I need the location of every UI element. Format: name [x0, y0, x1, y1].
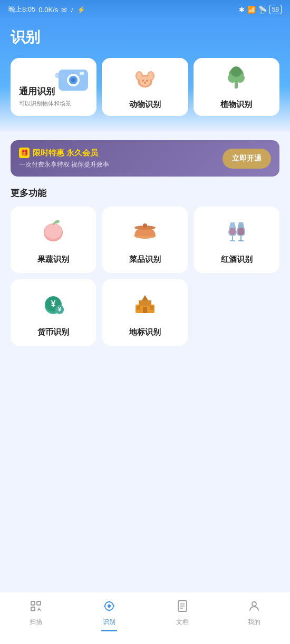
promo-left: 🎁 限时特惠 永久会员 一次付费永享特权 祝你提升效率 — [19, 148, 223, 169]
svg-rect-15 — [235, 81, 238, 89]
status-left: 晚上8:05 0.0K/s ✉ ♪ ⚡ — [8, 5, 85, 14]
dish-card[interactable]: 菜品识别 — [102, 207, 188, 273]
empty-placeholder — [194, 279, 279, 346]
fruit-veg-card[interactable]: 果蔬识别 — [11, 207, 96, 273]
plant-card-title: 植物识别 — [220, 100, 252, 110]
svg-rect-1 — [55, 73, 65, 78]
dish-label: 菜品识别 — [129, 255, 161, 265]
landmark-label: 地标识别 — [129, 327, 161, 337]
fruit-icon — [40, 217, 67, 248]
svg-text:A: A — [37, 607, 41, 612]
camera-icon — [54, 62, 92, 96]
signal-icon: 📶 — [247, 6, 256, 14]
svg-rect-26 — [143, 223, 147, 228]
wine-icon — [223, 217, 250, 248]
profile-icon — [248, 600, 260, 616]
svg-text:¥: ¥ — [58, 307, 61, 313]
active-indicator — [101, 630, 117, 631]
status-bar: 晚上8:05 0.0K/s ✉ ♪ ⚡ ✱ 📶 📡 58 — [0, 0, 290, 19]
svg-rect-43 — [31, 601, 35, 605]
svg-point-48 — [108, 604, 111, 608]
battery-icon: 58 — [269, 5, 282, 14]
svg-rect-44 — [37, 601, 41, 605]
svg-rect-45 — [31, 607, 35, 611]
svg-point-4 — [71, 78, 75, 82]
svg-point-19 — [231, 66, 241, 77]
scan-icon: A — [30, 600, 42, 616]
features-grid-row2: ¥ ¥ 货币识别 — [11, 279, 279, 346]
general-card-subtitle: 可以识别物体和场景 — [19, 100, 71, 108]
gift-icon: 🎁 — [19, 148, 30, 158]
svg-point-13 — [146, 80, 148, 82]
time-text: 晚上8:05 — [8, 5, 35, 14]
currency-icon: ¥ ¥ — [40, 290, 67, 321]
dish-icon — [131, 217, 159, 248]
nav-profile[interactable]: 我的 — [237, 598, 271, 633]
network-speed: 0.0K/s — [38, 6, 58, 14]
profile-label: 我的 — [248, 618, 260, 627]
wine-card[interactable]: 红酒识别 — [194, 207, 279, 273]
status-right: ✱ 📶 📡 58 — [239, 5, 282, 14]
wine-label: 红酒识别 — [221, 255, 253, 265]
more-features-title: 更多功能 — [11, 187, 279, 199]
bottom-navigation: A 扫描 识别 文档 — [0, 592, 290, 644]
identify-icon — [103, 600, 115, 616]
svg-point-22 — [45, 224, 62, 239]
svg-rect-42 — [150, 306, 153, 310]
general-recognition-card[interactable]: 通用识别 可以识别物体和场景 — [11, 58, 96, 116]
content-area: 🎁 限时特惠 永久会员 一次付费永享特权 祝你提升效率 立即开通 更多功能 果蔬… — [0, 132, 290, 592]
nav-identify[interactable]: 识别 — [91, 598, 128, 633]
svg-rect-5 — [80, 72, 84, 75]
msg-icon: ✉ — [61, 6, 67, 14]
document-icon — [176, 600, 189, 616]
animal-card-title: 动物识别 — [129, 100, 161, 110]
document-label: 文档 — [176, 618, 189, 627]
svg-point-12 — [142, 80, 144, 82]
svg-rect-40 — [143, 307, 147, 313]
promo-activate-button[interactable]: 立即开通 — [223, 149, 271, 169]
svg-rect-29 — [230, 240, 235, 241]
page-title: 识别 — [11, 27, 279, 47]
header: 识别 通用识别 可以识别物体和场景 — [0, 19, 290, 132]
plant-recognition-card[interactable]: 植物识别 — [194, 58, 279, 116]
svg-rect-39 — [139, 300, 151, 306]
landmark-card[interactable]: 地标识别 — [102, 279, 188, 346]
identify-label: 识别 — [103, 618, 115, 627]
plant-icon — [223, 64, 249, 95]
bluetooth-icon: ⚡ — [77, 6, 85, 14]
svg-rect-41 — [137, 306, 140, 310]
general-card-title: 通用识别 — [19, 85, 55, 97]
promo-title: 🎁 限时特惠 永久会员 — [19, 148, 223, 158]
landmark-icon — [131, 290, 159, 321]
currency-card[interactable]: ¥ ¥ 货币识别 — [11, 279, 96, 346]
top-cards-grid: 通用识别 可以识别物体和场景 动物识别 — [11, 58, 279, 116]
bluetooth-status-icon: ✱ — [239, 6, 245, 14]
fruit-veg-label: 果蔬识别 — [37, 255, 69, 265]
tiktok-icon: ♪ — [70, 5, 74, 14]
features-grid-row1: 果蔬识别 菜品识别 — [11, 207, 279, 273]
svg-point-23 — [54, 219, 60, 224]
svg-rect-30 — [238, 240, 244, 241]
nav-scan[interactable]: A 扫描 — [19, 598, 53, 633]
svg-point-11 — [140, 76, 150, 86]
currency-label: 货币识别 — [37, 327, 69, 337]
svg-text:¥: ¥ — [51, 299, 56, 308]
wifi-icon: 📡 — [258, 6, 267, 14]
scan-label: 扫描 — [30, 618, 42, 627]
animal-icon — [132, 64, 158, 95]
promo-subtitle: 一次付费永享特权 祝你提升效率 — [19, 160, 223, 169]
svg-point-14 — [144, 82, 146, 84]
promo-banner[interactable]: 🎁 限时特惠 永久会员 一次付费永享特权 祝你提升效率 立即开通 — [11, 140, 279, 177]
svg-point-57 — [252, 602, 256, 606]
animal-recognition-card[interactable]: 动物识别 — [102, 58, 188, 116]
nav-document[interactable]: 文档 — [166, 598, 199, 633]
